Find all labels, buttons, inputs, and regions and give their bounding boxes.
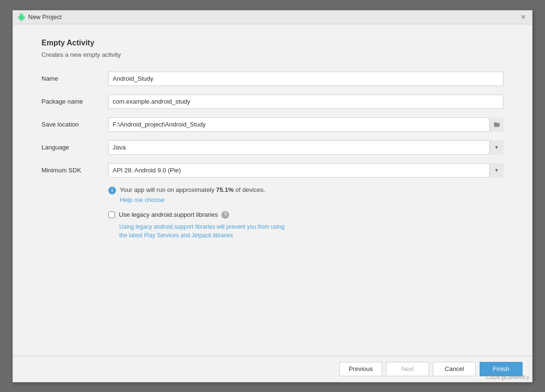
sdk-info-prefix: Your app will run on approximately — [120, 186, 216, 193]
package-name-row: Package name — [42, 95, 503, 109]
legacy-desc-line2: the latest Play Services and Jetpack lib… — [119, 231, 503, 240]
previous-button[interactable]: Previous — [339, 362, 382, 376]
package-name-label: Package name — [42, 98, 108, 105]
minimum-sdk-select[interactable]: API 28: Android 9.0 (Pie) API 27: Androi… — [108, 163, 503, 178]
help-me-choose-link[interactable]: Help me choose — [120, 196, 165, 203]
name-input[interactable] — [108, 72, 503, 86]
close-button[interactable]: × — [519, 13, 527, 21]
name-label: Name — [42, 75, 108, 82]
language-label: Language — [42, 144, 108, 151]
save-location-field — [108, 117, 503, 132]
sdk-info-section: i Your app will run on approximately 75.… — [108, 186, 503, 203]
info-icon: i — [108, 187, 116, 194]
title-bar: New Project × — [13, 11, 532, 24]
watermark: CSDN @Lishier99 p — [486, 375, 529, 380]
finish-button[interactable]: Finish — [480, 362, 523, 376]
android-icon — [18, 13, 25, 21]
info-row: i Your app will run on approximately 75.… — [108, 186, 503, 194]
dialog-footer: Previous Next Cancel Finish — [13, 356, 532, 382]
language-select[interactable]: Java Kotlin — [108, 140, 503, 155]
save-location-row: Save location — [42, 117, 503, 132]
legacy-checkbox[interactable] — [108, 212, 115, 218]
folder-icon — [493, 121, 500, 128]
save-location-input[interactable] — [108, 117, 503, 132]
legacy-description: Using legacy android.support libraries w… — [119, 222, 503, 240]
title-bar-left: New Project — [18, 13, 62, 21]
sdk-info-percentage: 75.1% — [216, 186, 234, 193]
section-desc: Creates a new empty activity — [42, 51, 503, 58]
new-project-dialog: New Project × Empty Activity Creates a n… — [12, 10, 533, 382]
legacy-checkbox-row: Use legacy android.support libraries ? — [108, 211, 503, 219]
save-location-label: Save location — [42, 121, 108, 128]
dialog-title: New Project — [28, 13, 62, 21]
minimum-sdk-label: Minimum SDK — [42, 167, 108, 174]
minimum-sdk-row: Minimum SDK API 28: Android 9.0 (Pie) AP… — [42, 163, 503, 178]
language-select-wrapper: Java Kotlin ▼ — [108, 140, 503, 155]
next-button[interactable]: Next — [386, 362, 429, 376]
browse-folder-button[interactable] — [489, 117, 503, 132]
package-name-input[interactable] — [108, 95, 503, 109]
legacy-desc-line1: Using legacy android.support libraries w… — [119, 222, 503, 231]
minimum-sdk-select-wrapper: API 28: Android 9.0 (Pie) API 27: Androi… — [108, 163, 503, 178]
name-row: Name — [42, 72, 503, 86]
sdk-info-text: Your app will run on approximately 75.1%… — [120, 186, 265, 193]
cancel-button[interactable]: Cancel — [433, 362, 476, 376]
legacy-checkbox-label: Use legacy android.support libraries — [119, 211, 218, 218]
legacy-help-icon[interactable]: ? — [221, 211, 229, 219]
sdk-info-suffix: of devices. — [234, 186, 265, 193]
section-title: Empty Activity — [42, 39, 503, 47]
dialog-content: Empty Activity Creates a new empty activ… — [13, 24, 532, 356]
language-row: Language Java Kotlin ▼ — [42, 140, 503, 155]
